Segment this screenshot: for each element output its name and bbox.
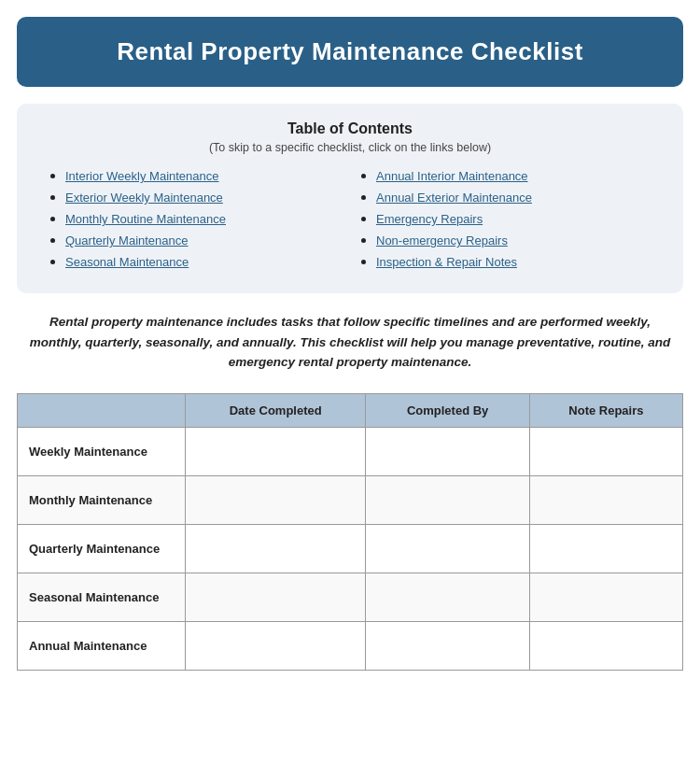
quarterly-date-completed[interactable] (186, 524, 366, 573)
header-date-completed: Date Completed (186, 393, 366, 427)
row-label-seasonal: Seasonal Maintenance (18, 573, 186, 621)
row-label-quarterly: Quarterly Maintenance (18, 524, 186, 573)
monthly-completed-by[interactable] (366, 475, 529, 524)
table-row: Seasonal Maintenance (18, 573, 683, 621)
toc-subtitle: (To skip to a specific checklist, click … (39, 141, 661, 154)
description-text: Rental property maintenance includes tas… (28, 312, 672, 373)
toc-link-non-emergency[interactable]: Non-emergency Repairs (376, 233, 508, 248)
toc-column-1: Interior Weekly Maintenance Exterior Wee… (39, 167, 350, 275)
toc-link-monthly-routine[interactable]: Monthly Routine Maintenance (65, 212, 226, 226)
quarterly-completed-by[interactable] (366, 524, 529, 573)
table-row: Quarterly Maintenance (18, 524, 683, 573)
toc-link-annual-interior[interactable]: Annual Interior Maintenance (376, 169, 528, 183)
toc-link-seasonal[interactable]: Seasonal Maintenance (65, 255, 189, 269)
annual-date-completed[interactable] (186, 621, 366, 670)
list-item: Quarterly Maintenance (65, 232, 341, 248)
seasonal-note-repairs[interactable] (529, 573, 682, 621)
toc-link-exterior-weekly[interactable]: Exterior Weekly Maintenance (65, 191, 223, 205)
weekly-date-completed[interactable] (186, 427, 366, 475)
weekly-note-repairs[interactable] (529, 427, 682, 475)
toc-list-1: Interior Weekly Maintenance Exterior Wee… (49, 167, 341, 270)
weekly-completed-by[interactable] (366, 427, 529, 475)
row-label-annual: Annual Maintenance (18, 621, 186, 670)
annual-note-repairs[interactable] (529, 621, 682, 670)
toc-link-annual-exterior[interactable]: Annual Exterior Maintenance (376, 191, 532, 205)
list-item: Non-emergency Repairs (376, 232, 651, 248)
monthly-date-completed[interactable] (186, 475, 366, 524)
toc-list-2: Annual Interior Maintenance Annual Exter… (359, 167, 651, 270)
row-label-monthly: Monthly Maintenance (18, 475, 186, 524)
list-item: Monthly Routine Maintenance (65, 210, 341, 227)
row-label-weekly: Weekly Maintenance (18, 427, 186, 475)
seasonal-date-completed[interactable] (186, 573, 366, 621)
table-header-row: Date Completed Completed By Note Repairs (18, 393, 683, 427)
table-row: Annual Maintenance (18, 621, 683, 670)
toc-title: Table of Contents (39, 120, 661, 137)
list-item: Annual Exterior Maintenance (376, 189, 651, 205)
list-item: Inspection & Repair Notes (376, 253, 651, 270)
page-title: Rental Property Maintenance Checklist (117, 37, 583, 65)
header-row-label (18, 393, 186, 427)
table-row: Monthly Maintenance (18, 475, 683, 524)
header-completed-by: Completed By (366, 393, 529, 427)
list-item: Exterior Weekly Maintenance (65, 189, 341, 205)
toc-link-interior-weekly[interactable]: Interior Weekly Maintenance (65, 169, 219, 183)
toc-link-emergency[interactable]: Emergency Repairs (376, 212, 483, 226)
toc-link-inspection[interactable]: Inspection & Repair Notes (376, 255, 517, 269)
list-item: Annual Interior Maintenance (376, 167, 651, 184)
quarterly-note-repairs[interactable] (529, 524, 682, 573)
list-item: Interior Weekly Maintenance (65, 167, 341, 184)
table-row: Weekly Maintenance (18, 427, 683, 475)
list-item: Emergency Repairs (376, 210, 651, 227)
annual-completed-by[interactable] (366, 621, 529, 670)
table-of-contents: Table of Contents (To skip to a specific… (17, 104, 683, 293)
toc-column-2: Annual Interior Maintenance Annual Exter… (350, 167, 661, 275)
monthly-note-repairs[interactable] (529, 475, 682, 524)
toc-columns: Interior Weekly Maintenance Exterior Wee… (39, 167, 661, 275)
toc-link-quarterly[interactable]: Quarterly Maintenance (65, 233, 189, 248)
seasonal-completed-by[interactable] (366, 573, 529, 621)
maintenance-table: Date Completed Completed By Note Repairs… (17, 393, 683, 671)
list-item: Seasonal Maintenance (65, 253, 341, 270)
header-banner: Rental Property Maintenance Checklist (17, 17, 683, 87)
header-note-repairs: Note Repairs (529, 393, 682, 427)
